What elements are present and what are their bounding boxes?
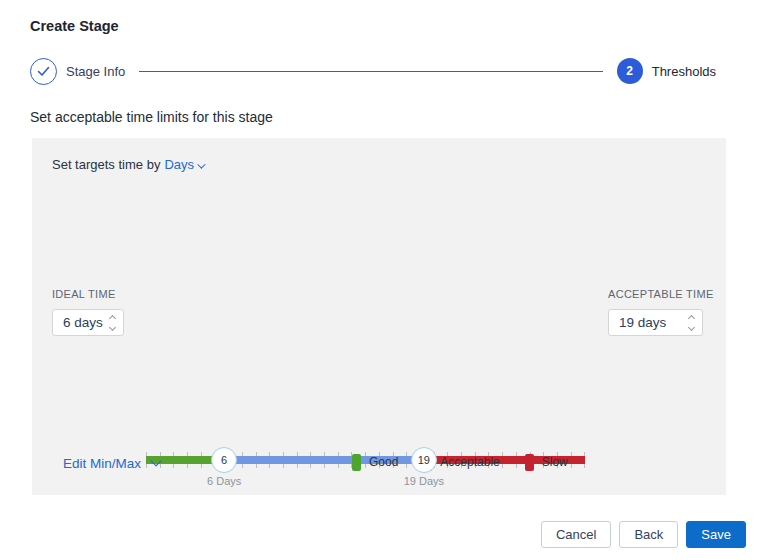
slider-legend: Good Acceptable Slow	[352, 452, 568, 472]
acceptable-time-value: 19 days	[619, 315, 666, 330]
stepper-connector-line	[139, 71, 602, 72]
acceptable-time-stepper[interactable]	[687, 316, 695, 330]
slider-handle-label-ideal: 6 Days	[207, 475, 241, 487]
stepper-step-thresholds[interactable]: 2 Thresholds	[617, 58, 716, 84]
edit-minmax-label: Edit Min/Max	[63, 456, 141, 471]
legend-swatch-slow	[525, 454, 534, 471]
ideal-time-input[interactable]: 6 days	[52, 309, 124, 336]
back-button[interactable]: Back	[619, 521, 678, 548]
legend-item-good: Good	[352, 454, 398, 471]
target-time-unit-prefix: Set targets time by	[52, 157, 160, 172]
legend-label-acceptable: Acceptable	[440, 455, 499, 469]
ideal-time-label: IDEAL TIME	[52, 288, 116, 300]
target-time-unit-dropdown[interactable]: Days	[164, 157, 203, 172]
acceptable-time-input[interactable]: 19 days	[608, 309, 703, 336]
ideal-time-value: 6 days	[63, 315, 103, 330]
page-title: Create Stage	[30, 18, 119, 34]
legend-label-slow: Slow	[542, 455, 568, 469]
step-number-badge: 2	[617, 58, 643, 84]
target-time-unit-value: Days	[164, 157, 194, 172]
stepper-down-icon[interactable]	[687, 323, 694, 330]
cancel-button[interactable]: Cancel	[541, 521, 611, 548]
thresholds-panel: Set targets time by Days IDEAL TIME 6 da…	[32, 138, 726, 495]
slider-handle-label-acceptable: 19 Days	[404, 475, 444, 487]
step-label-thresholds: Thresholds	[652, 64, 716, 79]
acceptable-time-label: ACCEPTABLE TIME	[608, 288, 714, 300]
section-heading: Set acceptable time limits for this stag…	[30, 109, 273, 125]
stepper-down-icon[interactable]	[108, 323, 115, 330]
slider-handle-ideal[interactable]: 6	[211, 447, 237, 473]
step-complete-circle	[30, 58, 57, 85]
chevron-down-icon	[197, 160, 205, 168]
legend-label-good: Good	[369, 455, 398, 469]
legend-swatch-good	[352, 454, 361, 471]
stepper-up-icon[interactable]	[108, 314, 115, 321]
target-time-unit-row: Set targets time by Days	[52, 157, 203, 172]
save-button[interactable]: Save	[686, 521, 746, 548]
edit-minmax-link[interactable]: Edit Min/Max	[63, 454, 158, 472]
stepper: Stage Info 2 Thresholds	[30, 57, 716, 85]
dialog-footer: Cancel Back Save	[541, 521, 746, 548]
step-label-stage-info: Stage Info	[66, 64, 125, 79]
check-icon	[37, 66, 50, 77]
slider-handle-acceptable[interactable]: 19	[411, 447, 437, 473]
stepper-up-icon[interactable]	[687, 314, 694, 321]
legend-item-slow: Slow	[525, 454, 568, 471]
ideal-time-stepper[interactable]	[108, 316, 116, 330]
stepper-step-stage-info[interactable]: Stage Info	[30, 58, 125, 85]
